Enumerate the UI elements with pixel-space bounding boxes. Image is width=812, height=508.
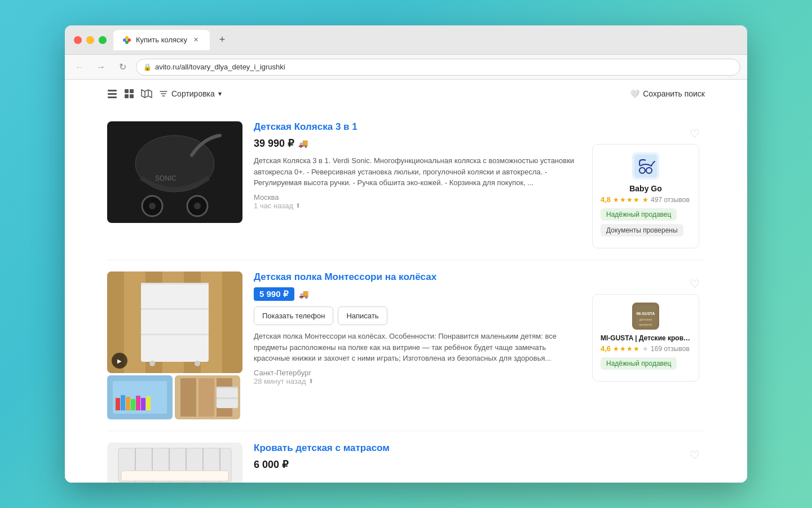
- page-content: Сортировка ▾ 🤍 Сохранить поиск: [65, 80, 747, 483]
- svg-rect-4: [108, 90, 117, 91]
- minimize-button[interactable]: [86, 36, 94, 44]
- maximize-button[interactable]: [99, 36, 107, 44]
- seller-avatar: [632, 152, 659, 179]
- reviews-count-2: 169 отзывов: [651, 345, 690, 353]
- svg-rect-33: [141, 308, 209, 310]
- svg-rect-20: [634, 155, 657, 177]
- new-tab-button[interactable]: +: [214, 32, 230, 48]
- svg-rect-41: [126, 397, 130, 410]
- svg-rect-42: [131, 399, 135, 410]
- svg-rect-52: [217, 397, 238, 399]
- listing-info-3: Кровать детская с матрасом 6 000 ₽: [242, 443, 685, 483]
- svg-text:кровати: кровати: [639, 323, 652, 326]
- save-search-button[interactable]: 🤍 Сохранить поиск: [630, 89, 705, 98]
- listing-right-2: MI-GUSTA детские кровати MI-GUSTA | Детс…: [592, 294, 705, 382]
- sort-chevron: ▾: [218, 90, 222, 98]
- show-phone-button[interactable]: Показать телефон: [254, 306, 333, 325]
- forward-button[interactable]: →: [93, 59, 109, 75]
- price-row-2: 5 990 ₽ 🚚: [254, 287, 581, 301]
- stars-display: ★★★★: [613, 196, 640, 204]
- listing-info-2: Детская полка Монтессори на колёсах 5 99…: [242, 271, 592, 419]
- listing-location-2: Санкт-Петербург: [254, 369, 581, 377]
- svg-rect-65: [121, 471, 228, 481]
- window-controls: [74, 36, 107, 44]
- listing-description: Детская Коляска 3 в 1. Verdi Sonic. Мног…: [254, 155, 581, 189]
- delivery-icon: 🚚: [298, 139, 308, 148]
- svg-point-18: [194, 203, 201, 209]
- svg-point-2: [125, 36, 129, 40]
- listing-title-3[interactable]: Кровать детская с матрасом: [254, 443, 673, 454]
- close-button[interactable]: [74, 36, 82, 44]
- svg-rect-6: [108, 97, 117, 98]
- video-play-button[interactable]: ▶: [112, 353, 127, 369]
- svg-text:MI-GUSTA: MI-GUSTA: [637, 312, 655, 316]
- message-button[interactable]: Написать: [338, 306, 387, 325]
- stars-display-2: ★★★★: [613, 345, 640, 353]
- map-view-button[interactable]: [141, 89, 152, 98]
- seller-name-2: MI-GUSTA | Детские кровати из ...: [601, 334, 691, 342]
- seller-card: Baby Go 4,8 ★★★★★ 497 отзывов Надёжный п…: [592, 144, 699, 248]
- address-input[interactable]: 🔒 avito.ru/all/tovary_dlya_detey_i_igrus…: [136, 59, 740, 76]
- action-buttons: Показать телефон Написать: [254, 306, 581, 325]
- tab-bar: Купить коляску ✕ +: [113, 30, 738, 50]
- svg-rect-5: [108, 93, 117, 95]
- boost-icon-2: ⬆: [308, 378, 314, 385]
- svg-rect-51: [217, 387, 238, 388]
- browser-window: Купить коляску ✕ + ← → ↻ 🔒 avito.ru/all/…: [65, 25, 747, 483]
- svg-point-36: [195, 361, 200, 366]
- thumbnail-2[interactable]: [175, 375, 240, 419]
- listing-card: ▶: [107, 260, 705, 431]
- back-button[interactable]: ←: [72, 59, 87, 75]
- seller-card-2: MI-GUSTA детские кровати MI-GUSTA | Детс…: [592, 294, 699, 382]
- browser-tab[interactable]: Купить коляску ✕: [113, 30, 210, 50]
- listing-location: Москва: [254, 193, 581, 202]
- delivery-icon-2: 🚚: [299, 290, 308, 299]
- listing-actions-2: ♡ MI-GUSTA детские кровати: [592, 271, 705, 419]
- rating-row-2: 4,6 ★★★★★ 169 отзывов: [601, 344, 691, 353]
- svg-rect-32: [141, 283, 209, 284]
- tab-favicon: [122, 36, 131, 45]
- svg-rect-31: [141, 283, 209, 362]
- svg-rect-9: [125, 94, 129, 98]
- svg-rect-44: [141, 398, 145, 410]
- title-bar: Купить коляску ✕ +: [65, 25, 747, 55]
- seller-name: Baby Go: [601, 184, 691, 193]
- listing-time: 1 час назад ⬆: [254, 202, 581, 210]
- favorite-button-3[interactable]: ♡: [685, 445, 705, 465]
- listing-actions-3: ♡: [685, 443, 705, 483]
- listing-time-2: 28 минут назад ⬆: [254, 377, 581, 386]
- svg-rect-8: [130, 89, 134, 93]
- listing-right: Baby Go 4,8 ★★★★★ 497 отзывов Надёжный п…: [592, 144, 705, 248]
- main-listing-image-3[interactable]: [107, 443, 242, 483]
- price-row: 39 990 ₽ 🚚: [254, 137, 581, 150]
- save-search-label: Сохранить поиск: [643, 89, 705, 98]
- svg-rect-25: [126, 271, 143, 373]
- listing-images-2: ▶: [107, 271, 242, 419]
- listing-images: SONIC: [107, 121, 242, 248]
- favorite-button[interactable]: ♡: [685, 124, 705, 144]
- svg-rect-40: [121, 395, 125, 410]
- listing-title-2[interactable]: Детская полка Монтессори на колёсах: [254, 271, 581, 283]
- boost-icon: ⬆: [295, 202, 301, 209]
- svg-point-17: [149, 203, 156, 209]
- svg-point-3: [125, 41, 129, 44]
- tab-close-button[interactable]: ✕: [192, 36, 201, 45]
- reload-button[interactable]: ↻: [114, 59, 130, 75]
- thumbnail-1[interactable]: [107, 375, 173, 419]
- listing-title[interactable]: Детская Коляска 3 в 1: [254, 121, 581, 133]
- rating-row: 4,8 ★★★★★ 497 отзывов: [601, 195, 691, 204]
- favorite-button-2[interactable]: ♡: [685, 274, 705, 294]
- grid-view-button[interactable]: [124, 89, 134, 99]
- svg-rect-34: [141, 334, 209, 335]
- main-listing-image-2[interactable]: ▶: [107, 271, 242, 373]
- address-bar: ← → ↻ 🔒 avito.ru/all/tovary_dlya_detey_i…: [65, 55, 747, 80]
- list-view-button[interactable]: [107, 89, 117, 99]
- listing-price-2: 5 990 ₽: [254, 287, 294, 301]
- filter-bar: Сортировка ▾ 🤍 Сохранить поиск: [107, 89, 705, 99]
- svg-text:SONIC: SONIC: [155, 174, 176, 182]
- svg-rect-43: [136, 396, 140, 410]
- sort-button[interactable]: Сортировка ▾: [159, 89, 222, 98]
- svg-point-35: [149, 361, 155, 366]
- main-listing-image[interactable]: SONIC: [107, 121, 242, 223]
- rating-number-2: 4,6: [601, 344, 611, 353]
